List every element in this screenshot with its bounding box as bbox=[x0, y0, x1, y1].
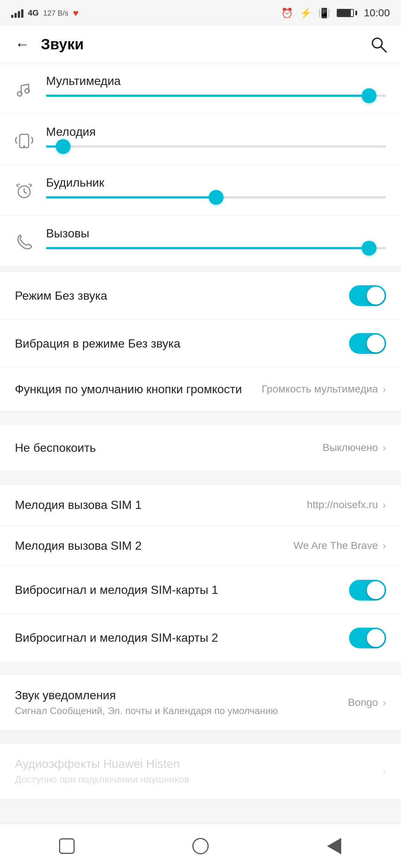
vibrate-sim1-knob bbox=[367, 581, 385, 599]
network-type: 4G bbox=[28, 8, 39, 18]
notification-sound-chevron: › bbox=[382, 696, 386, 709]
volume-button-row[interactable]: Функция по умолчанию кнопки громкости Гр… bbox=[0, 368, 401, 411]
status-bar: 4G 127 B/s ♥ ⏰ ⚡ 📳 10:00 bbox=[0, 0, 401, 26]
home-button[interactable] bbox=[186, 831, 215, 861]
vibrate-sim2-knob bbox=[367, 629, 385, 647]
section-gap-3 bbox=[0, 668, 401, 675]
audio-effects-content: Аудиоэффекты Huawei Histen Доступно при … bbox=[15, 757, 382, 785]
alarm-slider-row: Будильник bbox=[0, 165, 401, 216]
vibrate-sim1-toggle[interactable] bbox=[349, 580, 386, 601]
sim2-ringtone-value: We Are The Brave bbox=[293, 540, 378, 552]
toggles-card: Режим Без звука Вибрация в режиме Без зв… bbox=[0, 272, 401, 411]
bottom-nav bbox=[0, 823, 401, 868]
alarm-label: Будильник bbox=[46, 176, 386, 190]
sim-card: Мелодия вызова SIM 1 http://noisefx.ru ›… bbox=[0, 485, 401, 662]
music-icon bbox=[11, 76, 37, 102]
status-left: 4G 127 B/s ♥ bbox=[11, 7, 79, 19]
search-icon bbox=[370, 36, 387, 53]
audio-effects-subtitle: Доступно при подключении наушников bbox=[15, 774, 382, 785]
vibrate-sim2-toggle[interactable] bbox=[349, 628, 386, 648]
multimedia-slider-row: Мультимедиа bbox=[0, 63, 401, 114]
sim2-ringtone-row[interactable]: Мелодия вызова SIM 2 We Are The Brave › bbox=[0, 526, 401, 566]
notification-sound-subtitle: Сигнал Сообщений, Эл. почты и Календаря … bbox=[15, 705, 348, 717]
multimedia-fill bbox=[46, 95, 369, 97]
sim2-ringtone-label: Мелодия вызова SIM 2 bbox=[15, 539, 293, 553]
multimedia-slider-content: Мультимедиа bbox=[46, 74, 386, 97]
multimedia-label: Мультимедиа bbox=[46, 74, 386, 88]
vibrate-sim1-row[interactable]: Вибросигнал и мелодия SIM-карты 1 bbox=[0, 566, 401, 614]
recents-button[interactable] bbox=[52, 831, 82, 861]
calls-label: Вызовы bbox=[46, 227, 386, 240]
multimedia-track[interactable] bbox=[46, 95, 386, 97]
ringtone-label: Мелодия bbox=[46, 125, 386, 139]
alarm-fill bbox=[46, 196, 216, 198]
phone-icon bbox=[11, 229, 37, 255]
signal-bars-icon bbox=[11, 8, 23, 18]
notification-sound-row[interactable]: Звук уведомления Сигнал Сообщений, Эл. п… bbox=[0, 675, 401, 730]
audio-effects-chevron: › bbox=[382, 765, 386, 777]
back-button[interactable]: ← bbox=[11, 33, 33, 56]
ringtone-track[interactable] bbox=[46, 145, 386, 148]
volume-button-chevron: › bbox=[382, 383, 386, 395]
calls-slider-content: Вызовы bbox=[46, 227, 386, 249]
vibrate-silent-label: Вибрация в режиме Без звука bbox=[15, 337, 349, 351]
alarm-clock-icon bbox=[11, 178, 37, 204]
section-gap-4 bbox=[0, 736, 401, 744]
do-not-disturb-label: Не беспокоить bbox=[15, 441, 323, 455]
silent-mode-knob bbox=[367, 287, 385, 305]
ringtone-slider-content: Мелодия bbox=[46, 125, 386, 148]
svg-line-1 bbox=[381, 47, 386, 52]
notification-sound-label: Звук уведомления bbox=[15, 688, 348, 702]
app-bar: ← Звуки bbox=[0, 26, 401, 63]
audio-effects-card: Аудиоэффекты Huawei Histen Доступно при … bbox=[0, 744, 401, 799]
vibrate-phone-icon bbox=[11, 127, 37, 153]
back-nav-icon bbox=[327, 838, 341, 854]
audio-effects-label: Аудиоэффекты Huawei Histen bbox=[15, 757, 382, 771]
audio-effects-row[interactable]: Аудиоэффекты Huawei Histen Доступно при … bbox=[0, 744, 401, 799]
health-icon: ♥ bbox=[73, 7, 78, 19]
sim1-ringtone-label: Мелодия вызова SIM 1 bbox=[15, 498, 307, 512]
calls-thumb bbox=[362, 241, 376, 256]
alarm-slider-content: Будильник bbox=[46, 176, 386, 198]
section-gap-1 bbox=[0, 417, 401, 425]
ringtone-thumb bbox=[56, 139, 71, 154]
calls-fill bbox=[46, 247, 369, 249]
search-button[interactable] bbox=[368, 33, 390, 56]
data-speed: 127 B/s bbox=[43, 9, 68, 17]
bluetooth-icon: ⚡ bbox=[300, 7, 312, 19]
multimedia-thumb bbox=[362, 88, 376, 103]
vibrate-silent-row[interactable]: Вибрация в режиме Без звука bbox=[0, 320, 401, 368]
svg-point-5 bbox=[23, 145, 25, 147]
volume-button-label: Функция по умолчанию кнопки громкости bbox=[15, 381, 262, 398]
notification-sound-value: Bongo bbox=[348, 697, 378, 708]
silent-mode-row[interactable]: Режим Без звука bbox=[0, 272, 401, 320]
section-gap-2 bbox=[0, 477, 401, 485]
do-not-disturb-value: Выключено bbox=[323, 442, 378, 454]
recents-icon bbox=[59, 838, 75, 854]
vibrate-icon: 📳 bbox=[318, 7, 330, 19]
volume-button-value: Громкость мультимедиа bbox=[262, 383, 378, 395]
alarm-thumb bbox=[209, 190, 224, 205]
vibrate-sim1-label: Вибросигнал и мелодия SIM-карты 1 bbox=[15, 583, 349, 597]
notification-sound-card: Звук уведомления Сигнал Сообщений, Эл. п… bbox=[0, 675, 401, 730]
vibrate-sim2-row[interactable]: Вибросигнал и мелодия SIM-карты 2 bbox=[0, 614, 401, 662]
alarm-track[interactable] bbox=[46, 196, 386, 198]
silent-mode-label: Режим Без звука bbox=[15, 289, 349, 303]
vibrate-silent-toggle[interactable] bbox=[349, 333, 386, 354]
do-not-disturb-row[interactable]: Не беспокоить Выключено › bbox=[0, 425, 401, 471]
sliders-card: Мультимедиа Мелодия bbox=[0, 63, 401, 266]
ringtone-slider-row: Мелодия bbox=[0, 114, 401, 165]
back-nav-button[interactable] bbox=[319, 831, 349, 861]
calls-track[interactable] bbox=[46, 247, 386, 249]
sim1-ringtone-row[interactable]: Мелодия вызова SIM 1 http://noisefx.ru › bbox=[0, 485, 401, 526]
do-not-disturb-chevron: › bbox=[382, 441, 386, 454]
time-display: 10:00 bbox=[364, 7, 390, 19]
silent-mode-toggle[interactable] bbox=[349, 285, 386, 306]
vibrate-silent-knob bbox=[367, 335, 385, 352]
do-not-disturb-card: Не беспокоить Выключено › bbox=[0, 425, 401, 471]
back-arrow-icon: ← bbox=[15, 36, 30, 53]
calls-slider-row: Вызовы bbox=[0, 216, 401, 266]
sim1-ringtone-chevron: › bbox=[382, 499, 386, 511]
page-title: Звуки bbox=[41, 36, 360, 53]
alarm-icon: ⏰ bbox=[281, 7, 293, 19]
